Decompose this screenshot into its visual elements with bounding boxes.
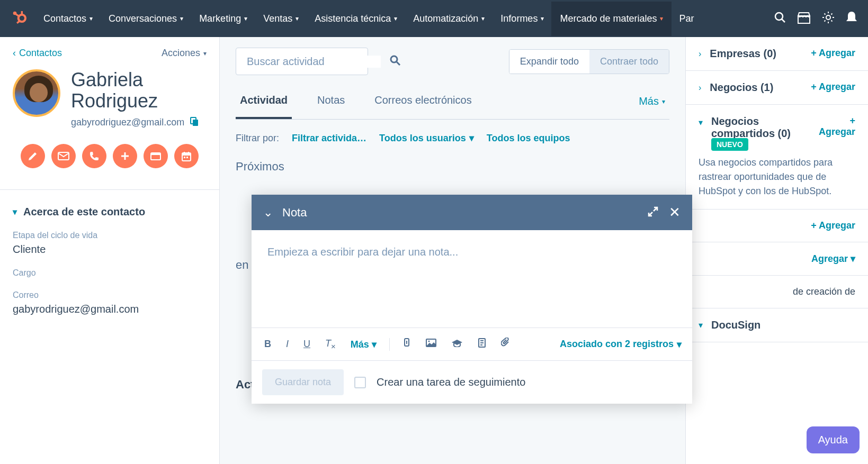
svg-line-2 [15, 14, 20, 16]
add-deal[interactable]: + Agregar [811, 81, 855, 93]
collapse-all-button[interactable]: Contraer todo [589, 50, 669, 74]
more-format-button[interactable]: Más ▾ [348, 336, 379, 352]
search-input[interactable] [247, 56, 381, 68]
add-button[interactable] [113, 144, 137, 168]
bell-icon[interactable] [846, 11, 857, 26]
nav-mercado[interactable]: Mercado de materiales▾ [551, 2, 672, 36]
actions-menu[interactable]: Acciones▾ [162, 48, 207, 59]
shared-deals-toggle[interactable]: ▾ Negocios compartidos (0) NUEVO [699, 115, 819, 149]
companies-toggle[interactable]: › Empresas (0) [699, 48, 776, 60]
filter-teams[interactable]: Todos los equipos [487, 133, 570, 144]
svg-line-6 [782, 19, 785, 22]
hubspot-logo-icon[interactable] [11, 9, 28, 28]
add-generic-1[interactable]: + Agregar [811, 220, 855, 231]
italic-button[interactable]: I [284, 336, 291, 352]
close-icon[interactable]: ✕ [669, 204, 681, 221]
nav-asistencia[interactable]: Asistencia técnica▾ [315, 13, 397, 24]
svg-point-27 [428, 341, 429, 342]
calendar-button[interactable] [174, 144, 199, 168]
filter-users[interactable]: Todos los usuarios▾ [379, 132, 474, 144]
associated-records[interactable]: Asociado con 2 registros▾ [560, 339, 682, 350]
search-icon[interactable] [774, 11, 786, 26]
settings-icon[interactable] [821, 11, 835, 26]
lifecycle-label: Etapa del ciclo de vida [13, 231, 207, 240]
tab-correos[interactable]: Correos electrónicos [370, 86, 476, 119]
nav-informes[interactable]: Informes▾ [500, 13, 544, 24]
snippet-icon[interactable] [476, 335, 488, 353]
agregar-dropdown[interactable]: Agregar ▾ [811, 253, 855, 264]
svg-line-4 [17, 21, 20, 23]
nav-automatizacion[interactable]: Automatización▾ [413, 13, 485, 24]
search-icon[interactable] [389, 54, 401, 68]
expand-all-button[interactable]: Expandir todo [509, 50, 589, 74]
filter-label: Filtrar por: [236, 133, 279, 144]
nav-marketing[interactable]: Marketing▾ [199, 13, 247, 24]
call-button[interactable] [82, 144, 106, 168]
tab-notas[interactable]: Notas [313, 86, 349, 119]
filter-activity[interactable]: Filtrar activida… [292, 133, 366, 144]
expand-icon[interactable] [648, 206, 658, 219]
collapse-icon[interactable]: ⌄ [263, 206, 273, 220]
creation-partial: de creación de [699, 286, 855, 297]
followup-label: Crear una tarea de seguimiento [377, 376, 525, 388]
svg-rect-17 [182, 153, 191, 156]
svg-point-8 [826, 15, 830, 20]
nav-ventas[interactable]: Ventas▾ [263, 13, 299, 24]
note-textarea[interactable] [252, 230, 692, 325]
image-icon[interactable] [424, 336, 439, 352]
svg-rect-21 [186, 157, 188, 158]
attachment-icon[interactable] [400, 335, 413, 353]
email-button[interactable] [51, 144, 76, 168]
grad-cap-icon[interactable] [449, 336, 465, 352]
save-note-button[interactable]: Guardar nota [262, 369, 344, 395]
note-modal-title: Nota [282, 206, 307, 220]
copy-icon[interactable] [190, 116, 199, 128]
nuevo-badge: NUEVO [711, 138, 748, 151]
activity-search[interactable] [236, 48, 368, 75]
email-field-label: Correo [13, 290, 207, 300]
underline-button[interactable]: U [301, 336, 312, 352]
nav-par[interactable]: Par [679, 13, 694, 24]
about-section-toggle[interactable]: ▾ Acerca de este contacto [13, 206, 207, 218]
contact-name: Gabriela Rodriguez [71, 69, 207, 111]
help-button[interactable]: Ayuda [807, 426, 860, 453]
meeting-button[interactable] [144, 144, 168, 168]
svg-rect-15 [151, 154, 160, 160]
contact-email: gabyrodriguez@gmail.com [71, 117, 184, 128]
svg-rect-10 [193, 120, 198, 126]
svg-point-5 [775, 13, 783, 20]
nav-conversaciones[interactable]: Conversaciones▾ [109, 13, 183, 24]
followup-checkbox[interactable] [354, 377, 366, 388]
shared-deals-desc: Usa negocios compartidos para rastrear o… [699, 156, 855, 198]
note-button[interactable] [21, 144, 45, 168]
contact-avatar [13, 69, 60, 117]
note-modal: ⌄ Nota ✕ B I U T× Más ▾ Asociado con 2 r… [252, 195, 692, 404]
tab-more[interactable]: Más▾ [634, 86, 669, 119]
back-to-contacts[interactable]: ‹Contactos [13, 48, 62, 59]
role-label: Cargo [13, 268, 207, 278]
svg-point-22 [391, 56, 397, 62]
tab-actividad[interactable]: Actividad [236, 86, 292, 119]
nav-contactos[interactable]: Contactos▾ [43, 13, 93, 24]
marketplace-icon[interactable] [797, 11, 811, 26]
paperclip-icon[interactable] [499, 335, 513, 353]
deals-toggle[interactable]: › Negocios (1) [699, 81, 773, 94]
svg-line-23 [397, 62, 400, 65]
upcoming-heading: Próximos [236, 160, 669, 174]
email-field-value[interactable]: gabyrodriguez@gmail.com [13, 303, 207, 315]
svg-rect-20 [184, 157, 185, 158]
lifecycle-value[interactable]: Cliente [13, 243, 207, 256]
docusign-toggle[interactable]: ▾ DocuSign [699, 319, 855, 331]
bold-button[interactable]: B [262, 336, 273, 352]
add-company[interactable]: + Agregar [811, 48, 855, 59]
clear-format-button[interactable]: T× [323, 336, 338, 353]
add-shared-deal[interactable]: + Agregar [819, 115, 855, 138]
